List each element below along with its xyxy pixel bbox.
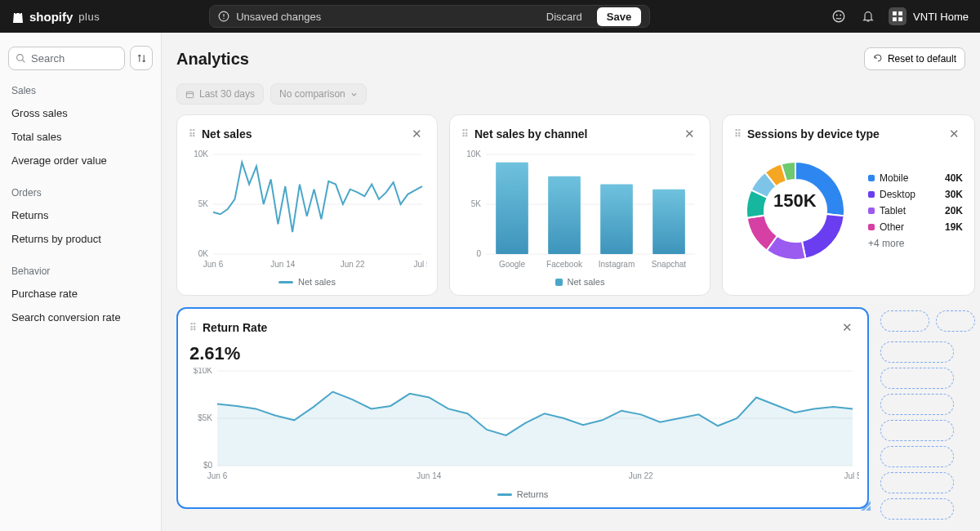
reset-icon	[873, 54, 883, 64]
side-group-sales: Sales	[11, 85, 149, 96]
sidebar-item[interactable]: Average order value	[8, 149, 153, 172]
drag-handle-icon[interactable]: ⠿	[461, 128, 470, 140]
admin-icon[interactable]	[830, 7, 848, 25]
svg-rect-34	[600, 185, 633, 254]
side-group-orders: Orders	[11, 187, 149, 199]
drop-zone[interactable]	[880, 472, 954, 493]
drop-zone[interactable]	[880, 498, 954, 520]
store-name: VNTI Home	[913, 11, 969, 23]
svg-text:10K: 10K	[194, 149, 208, 158]
brand-name: shopify	[29, 10, 73, 24]
drop-zone[interactable]	[880, 341, 954, 363]
drop-zone[interactable]	[880, 368, 954, 389]
legend-row: Desktop30K	[868, 186, 963, 203]
reset-default-button[interactable]: Reset to default	[864, 47, 965, 70]
card-title: Sessions by device type	[747, 127, 880, 141]
close-card-button[interactable]: ✕	[408, 125, 425, 143]
drop-zone[interactable]	[880, 446, 954, 467]
svg-text:Facebook: Facebook	[546, 260, 583, 269]
legend-label: Net sales	[568, 277, 605, 287]
card-sessions-device: ⠿ Sessions by device type ✕ 150K Mobile4…	[722, 114, 975, 296]
top-bar: shopifyplus Unsaved changes Discard Save…	[0, 0, 980, 33]
svg-text:Google: Google	[499, 260, 526, 269]
svg-text:Instagram: Instagram	[599, 260, 635, 269]
close-card-button[interactable]: ✕	[839, 319, 856, 337]
search-input[interactable]: Search	[8, 47, 125, 70]
date-range-chip[interactable]: Last 30 days	[176, 83, 264, 105]
svg-text:Jun 14: Jun 14	[416, 471, 441, 480]
reset-label: Reset to default	[888, 53, 956, 65]
svg-text:0: 0	[476, 249, 481, 258]
compare-label: No comparison	[279, 88, 345, 100]
search-icon	[16, 53, 26, 64]
svg-rect-30	[496, 163, 528, 254]
svg-rect-8	[893, 17, 897, 21]
svg-rect-6	[893, 11, 897, 16]
store-switcher[interactable]: VNTI Home	[889, 7, 969, 25]
shopify-bag-icon	[11, 9, 24, 24]
svg-rect-9	[898, 17, 902, 21]
card-title: Return Rate	[203, 321, 267, 334]
donut-legend: Mobile40KDesktop30KTablet20KOther19K+4 m…	[868, 170, 963, 252]
donut-center-value: 150K	[773, 190, 817, 212]
svg-text:Jul 5: Jul 5	[413, 260, 427, 269]
close-card-button[interactable]: ✕	[681, 125, 698, 143]
card-net-sales-channel: ⠿ Net sales by channel ✕ 05K10KGoogleFac…	[449, 114, 710, 296]
legend-row: Mobile40K	[868, 170, 963, 186]
sidebar-item[interactable]: Search conversion rate	[8, 306, 153, 329]
legend-row: Other19K	[868, 219, 963, 235]
card-net-sales: ⠿ Net sales ✕ 0K5K10KJun 6Jun 14Jun 22Ju…	[176, 114, 438, 296]
svg-text:$0: $0	[203, 461, 213, 470]
drag-handle-icon[interactable]: ⠿	[734, 128, 742, 140]
sidebar-item[interactable]: Returns by product	[8, 227, 153, 251]
sort-button[interactable]	[130, 46, 153, 70]
svg-point-5	[840, 15, 841, 16]
save-button[interactable]: Save	[597, 7, 641, 26]
svg-text:Jul 5: Jul 5	[844, 471, 859, 480]
side-group-behavior: Behavior	[11, 266, 149, 277]
brand-logo: shopifyplus	[11, 9, 100, 24]
svg-text:Jun 6: Jun 6	[203, 260, 224, 269]
legend-more[interactable]: +4 more	[868, 235, 963, 252]
discard-button[interactable]: Discard	[538, 7, 590, 26]
sidebar-item[interactable]: Returns	[8, 203, 153, 227]
svg-rect-36	[653, 190, 685, 254]
return-rate-chart: $0$5K$10KJun 6Jun 14Jun 22Jul 5	[189, 368, 856, 484]
svg-text:10K: 10K	[466, 149, 481, 158]
store-badge	[889, 7, 906, 25]
svg-text:$10K: $10K	[194, 368, 213, 375]
drop-zone[interactable]	[880, 310, 929, 332]
page-title: Analytics	[176, 50, 249, 69]
chevron-down-icon	[350, 91, 358, 98]
svg-point-4	[836, 15, 838, 16]
sidebar-item[interactable]: Total sales	[8, 125, 153, 149]
svg-line-11	[22, 60, 24, 62]
svg-text:Jun 22: Jun 22	[629, 471, 653, 480]
legend-row: Tablet20K	[868, 203, 963, 219]
drop-zone[interactable]	[880, 420, 954, 441]
resize-handle[interactable]	[856, 496, 871, 511]
alert-icon	[218, 11, 229, 22]
sidebar-item[interactable]: Purchase rate	[8, 282, 153, 306]
drop-zone[interactable]	[880, 394, 954, 415]
svg-text:Snapchat: Snapchat	[652, 260, 686, 269]
close-card-button[interactable]: ✕	[946, 125, 963, 143]
sort-icon	[136, 53, 147, 64]
svg-text:Jun 6: Jun 6	[207, 471, 228, 480]
svg-text:Jun 22: Jun 22	[341, 260, 365, 269]
card-title: Net sales by channel	[474, 127, 588, 141]
svg-point-2	[224, 18, 225, 19]
comparison-chip[interactable]: No comparison	[270, 83, 367, 105]
drop-target-column	[880, 306, 978, 524]
svg-text:5K: 5K	[471, 199, 482, 208]
legend-label: Net sales	[298, 277, 336, 287]
unsaved-label: Unsaved changes	[236, 11, 321, 23]
drop-zone[interactable]	[936, 310, 975, 332]
drag-handle-icon[interactable]: ⠿	[189, 128, 197, 140]
svg-rect-12	[186, 91, 193, 97]
bell-icon[interactable]	[859, 7, 877, 25]
sidebar-item[interactable]: Gross sales	[8, 101, 153, 125]
drag-handle-icon[interactable]: ⠿	[189, 322, 198, 333]
main-area: Analytics Reset to default Last 30 days …	[162, 33, 980, 531]
unsaved-changes-pill: Unsaved changes Discard Save	[209, 5, 650, 28]
